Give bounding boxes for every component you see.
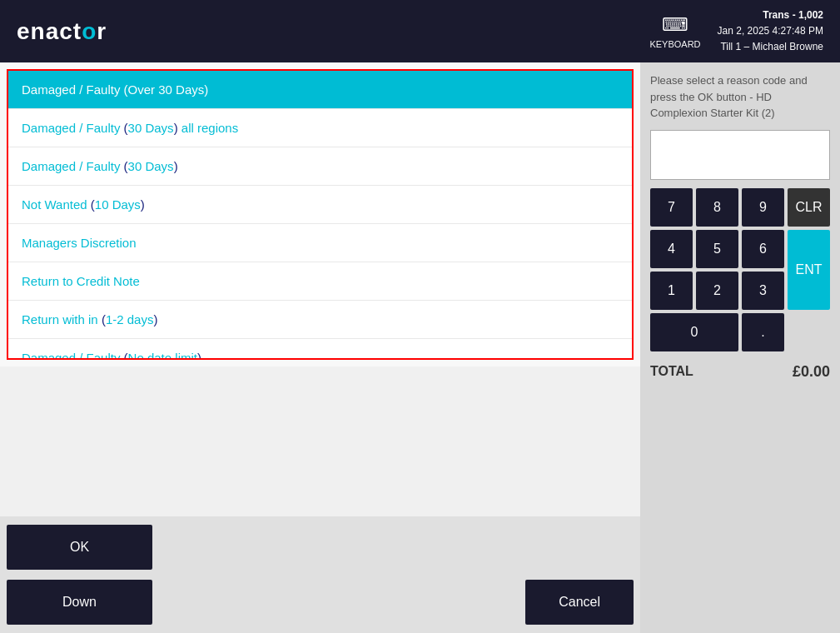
total-amount: £0.00 <box>793 363 830 381</box>
bottom-row-1: OK <box>7 525 634 570</box>
list-item-text: Return with in (1-2 days) <box>22 312 157 326</box>
reason-code-list: Damaged / Faulty (Over 30 Days)Damaged /… <box>7 69 634 360</box>
header: enactor ⌨ KEYBOARD Trans - 1,002 Jan 2, … <box>0 0 840 62</box>
numpad-input-display <box>650 130 830 180</box>
list-item[interactable]: Not Wanted (10 Days) <box>8 186 632 224</box>
num-dot[interactable]: . <box>742 313 784 351</box>
main-content: Damaged / Faulty (Over 30 Days)Damaged /… <box>0 62 840 633</box>
ok-button[interactable]: OK <box>7 525 152 570</box>
left-panel: Damaged / Faulty (Over 30 Days)Damaged /… <box>0 62 640 633</box>
trans-till: Till 1 – Michael Browne <box>718 39 823 55</box>
cancel-button[interactable]: Cancel <box>525 580 634 625</box>
logo-highlight: o <box>82 18 97 44</box>
num-9[interactable]: 9 <box>742 188 784 227</box>
instruction-text: Please select a reason code and press th… <box>650 72 830 122</box>
ent-button[interactable]: ENT <box>788 230 830 310</box>
num-4[interactable]: 4 <box>650 230 693 268</box>
clr-button[interactable]: CLR <box>788 188 830 227</box>
logo: enactor <box>17 18 107 45</box>
list-item-text: Damaged / Faulty (Over 30 Days) <box>22 82 208 97</box>
total-label: TOTAL <box>650 364 693 379</box>
keyboard-icon: ⌨ <box>662 14 688 36</box>
num-1[interactable]: 1 <box>650 272 693 310</box>
list-item[interactable]: Return with in (1-2 days) <box>8 301 632 339</box>
list-item-text: Damaged / Faulty (30 Days) <box>22 159 178 173</box>
keyboard-label: KEYBOARD <box>649 39 700 49</box>
list-item[interactable]: Damaged / Faulty (Over 30 Days) <box>8 71 632 109</box>
trans-id: Trans - 1,002 <box>718 7 823 23</box>
trans-date: Jan 2, 2025 4:27:48 PM <box>718 23 823 39</box>
list-item[interactable]: Managers Discretion <box>8 224 632 262</box>
list-item-text: Damaged / Faulty (30 Days) all regions <box>22 121 238 135</box>
bottom-row-2: Down Cancel <box>7 580 634 625</box>
transaction-info: Trans - 1,002 Jan 2, 2025 4:27:48 PM Til… <box>718 7 823 56</box>
list-item-text: Managers Discretion <box>22 236 137 250</box>
num-2[interactable]: 2 <box>696 272 738 310</box>
numpad: 7 8 9 CLR 4 5 6 ENT 1 2 3 0 . <box>650 188 830 351</box>
num-6[interactable]: 6 <box>742 230 784 268</box>
num-7[interactable]: 7 <box>650 188 693 227</box>
num-8[interactable]: 8 <box>696 188 738 227</box>
header-right: ⌨ KEYBOARD Trans - 1,002 Jan 2, 2025 4:2… <box>649 7 823 56</box>
num-5[interactable]: 5 <box>696 230 738 268</box>
list-item[interactable]: Damaged / Faulty (30 Days) <box>8 147 632 186</box>
total-section: TOTAL £0.00 <box>650 363 830 381</box>
list-item[interactable]: Return to Credit Note <box>8 262 632 301</box>
num-3[interactable]: 3 <box>742 272 784 310</box>
bottom-bar: OK Down Cancel <box>0 516 640 633</box>
num-0[interactable]: 0 <box>650 313 738 351</box>
keyboard-button[interactable]: ⌨ KEYBOARD <box>649 14 700 49</box>
list-item[interactable]: Damaged / Faulty (30 Days) all regions <box>8 109 632 147</box>
right-panel: Please select a reason code and press th… <box>640 62 840 633</box>
list-item-text: Not Wanted (10 Days) <box>22 197 145 212</box>
list-item[interactable]: Damaged / Faulty (No date limit) <box>8 339 632 360</box>
list-item-text: Return to Credit Note <box>22 274 140 288</box>
spacer <box>0 366 640 516</box>
list-item-text: Damaged / Faulty (No date limit) <box>22 351 201 360</box>
down-button[interactable]: Down <box>7 580 152 625</box>
